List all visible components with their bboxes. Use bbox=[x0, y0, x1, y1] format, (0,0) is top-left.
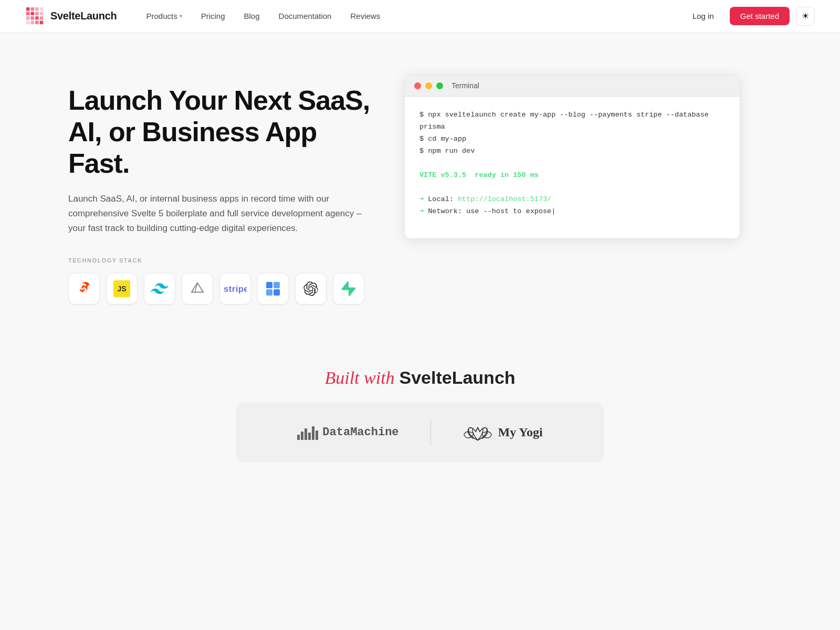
tech-icon-stripe[interactable]: stripe bbox=[219, 273, 251, 304]
js-icon-inner: JS bbox=[113, 280, 130, 297]
svg-rect-0 bbox=[26, 7, 30, 10]
svg-rect-6 bbox=[35, 12, 39, 15]
nav-links: Products ▾ Pricing Blog Documentation Re… bbox=[138, 7, 682, 25]
tech-icon-sequence[interactable] bbox=[257, 273, 289, 304]
hero-right: Terminal $ npx sveltelaunch create my-ap… bbox=[404, 75, 740, 239]
built-with-section: Built with SvelteLaunch DataMachine bbox=[0, 336, 840, 484]
tech-stack-label: TECHNOLOGY STACK bbox=[68, 257, 373, 264]
lotus-icon bbox=[463, 422, 493, 443]
terminal-network-line: ➜ Network: use --host to expose| bbox=[419, 206, 725, 218]
tech-icon-openai[interactable] bbox=[295, 273, 327, 304]
terminal-vite-line: VITE v5.3.5 ready in 150 ms bbox=[419, 170, 725, 182]
svg-rect-3 bbox=[40, 7, 44, 10]
terminal-body: $ npx sveltelaunch create my-app --blog … bbox=[405, 97, 740, 238]
nav-products[interactable]: Products ▾ bbox=[138, 7, 190, 25]
nav-actions: Log in Get started ☀ bbox=[683, 7, 815, 26]
login-button[interactable]: Log in bbox=[683, 7, 723, 25]
hero-left: Launch Your Next SaaS, AI, or Business A… bbox=[68, 75, 373, 304]
terminal-local-line: ➜ Local: http://localhost:5173/ bbox=[419, 194, 725, 206]
logo-divider bbox=[430, 419, 431, 446]
svg-rect-13 bbox=[30, 20, 34, 24]
svg-rect-19 bbox=[274, 282, 280, 288]
sun-icon: ☀ bbox=[802, 11, 809, 21]
built-with-heading: Built with SvelteLaunch bbox=[42, 368, 798, 388]
hero-section: Launch Your Next SaaS, AI, or Business A… bbox=[26, 33, 814, 336]
svg-rect-4 bbox=[26, 12, 30, 15]
hero-title: Launch Your Next SaaS, AI, or Business A… bbox=[68, 85, 373, 179]
navbar: SvelteLaunch Products ▾ Pricing Blog Doc… bbox=[0, 0, 840, 33]
svg-rect-1 bbox=[30, 7, 34, 10]
svg-rect-15 bbox=[40, 20, 44, 24]
svg-rect-5 bbox=[30, 12, 34, 15]
terminal-minimize-dot bbox=[425, 82, 432, 89]
datamachine-name: DataMachine bbox=[322, 426, 398, 439]
terminal-line-3: $ npm run dev bbox=[419, 145, 725, 158]
logos-strip: DataMachine My Yogi bbox=[236, 403, 604, 463]
svg-rect-14 bbox=[35, 20, 39, 24]
nav-documentation[interactable]: Documentation bbox=[270, 7, 340, 25]
logo-icon bbox=[25, 6, 45, 26]
terminal-title: Terminal bbox=[452, 81, 479, 90]
tech-icon-prisma[interactable] bbox=[182, 273, 213, 304]
svg-rect-20 bbox=[266, 289, 272, 296]
svg-text:stripe: stripe bbox=[224, 284, 247, 293]
theme-toggle-button[interactable]: ☀ bbox=[796, 7, 815, 26]
chevron-down-icon: ▾ bbox=[180, 13, 182, 19]
terminal-maximize-dot bbox=[436, 82, 443, 89]
myyogi-name: My Yogi bbox=[498, 425, 543, 439]
terminal-header: Terminal bbox=[405, 75, 740, 97]
dm-bars-icon bbox=[297, 425, 318, 440]
tech-icons-row: JS stripe bbox=[68, 273, 373, 304]
built-with-cursive: Built with bbox=[324, 368, 394, 387]
svg-rect-9 bbox=[30, 16, 34, 20]
svg-rect-7 bbox=[40, 12, 44, 15]
built-with-brand: SvelteLaunch bbox=[400, 368, 516, 387]
terminal-close-dot bbox=[414, 82, 421, 89]
hero-description: Launch SaaS, AI, or internal business ap… bbox=[68, 192, 373, 236]
tech-icon-javascript[interactable]: JS bbox=[106, 273, 138, 304]
logo-text: SvelteLaunch bbox=[50, 10, 117, 22]
nav-reviews[interactable]: Reviews bbox=[342, 7, 388, 25]
tech-icon-supabase[interactable] bbox=[333, 273, 364, 304]
myyogi-logo: My Yogi bbox=[463, 422, 543, 443]
svg-rect-8 bbox=[26, 16, 30, 20]
svg-rect-21 bbox=[274, 289, 280, 296]
tech-icon-svelte[interactable] bbox=[68, 273, 100, 304]
svg-rect-18 bbox=[266, 282, 272, 288]
tech-icon-tailwind[interactable] bbox=[144, 273, 175, 304]
terminal-line-1: $ npx sveltelaunch create my-app --blog … bbox=[419, 109, 725, 133]
logo-link[interactable]: SvelteLaunch bbox=[25, 6, 117, 26]
svg-rect-2 bbox=[35, 7, 39, 10]
nav-pricing[interactable]: Pricing bbox=[193, 7, 234, 25]
svg-rect-10 bbox=[35, 16, 39, 20]
terminal-window: Terminal $ npx sveltelaunch create my-ap… bbox=[404, 75, 740, 239]
get-started-button[interactable]: Get started bbox=[730, 7, 790, 25]
datamachine-logo: DataMachine bbox=[297, 425, 398, 440]
terminal-line-2: $ cd my-app bbox=[419, 133, 725, 145]
svg-rect-11 bbox=[40, 16, 44, 20]
nav-blog[interactable]: Blog bbox=[236, 7, 268, 25]
svg-rect-12 bbox=[26, 20, 30, 24]
